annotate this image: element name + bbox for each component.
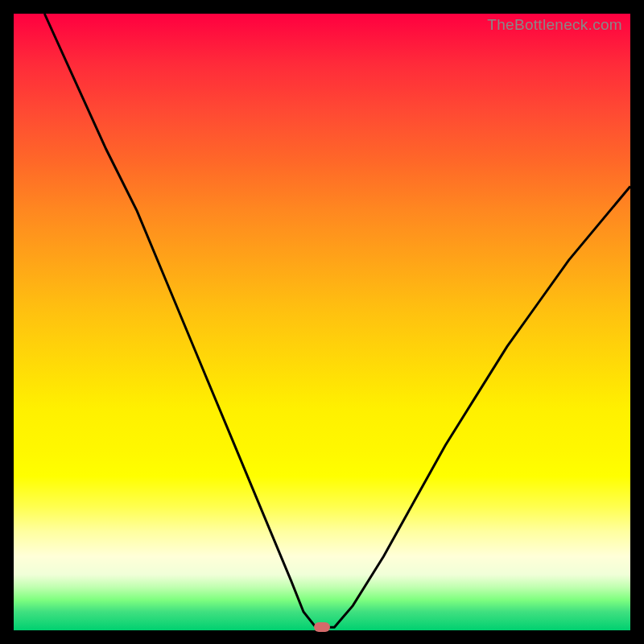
plot-area: TheBottleneck.com [14,14,630,630]
optimal-point-marker [314,622,330,632]
bottleneck-curve [14,14,630,630]
chart-frame: TheBottleneck.com [0,0,644,644]
